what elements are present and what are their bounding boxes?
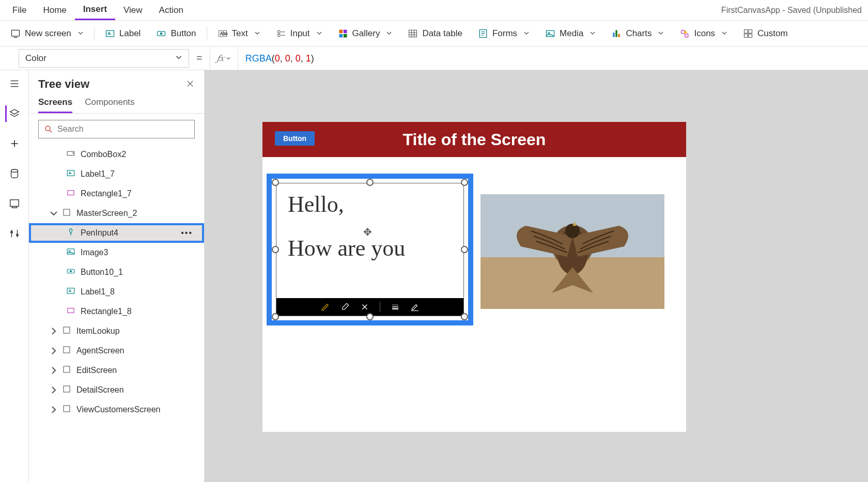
menu-view[interactable]: View [115,0,151,20]
chevron-right-icon[interactable] [51,346,57,355]
tree-list: ComboBox2Label1_7Rectangle1_7MasterScree… [29,145,204,482]
input-dropdown[interactable]: Input [269,23,330,44]
tree-item-masterscreen_2[interactable]: MasterScreen_2 [29,204,204,223]
pen-thickness-icon[interactable] [391,302,400,312]
rail-hamburger[interactable] [6,75,23,92]
chevron-right-icon[interactable] [51,385,57,395]
tree-item-editscreen[interactable]: EditScreen [29,361,204,380]
tree-item-label: PenInput4 [81,228,118,238]
chevron-down-icon [386,28,392,39]
chevron-down-icon[interactable] [51,209,57,218]
forms-icon [478,28,488,39]
property-selector[interactable]: Color [19,49,189,68]
icons-dropdown[interactable]: Icons [672,23,735,44]
rail-media[interactable] [6,195,23,212]
screen-icon [62,345,71,356]
data-table-button[interactable]: Data table [400,23,470,44]
svg-rect-0 [12,30,20,36]
tree-item-rectangle1_7[interactable]: Rectangle1_7 [29,184,204,204]
rail-treeview[interactable] [5,105,22,122]
pen-clear-icon[interactable] [360,302,369,312]
resize-handle[interactable] [272,246,279,253]
menu-home[interactable]: Home [35,0,74,20]
label-icon [105,28,115,39]
screen-title: Title of the Screen [403,130,546,149]
tree-item-label: Image3 [81,248,108,257]
ink-text-2: How are you [288,235,405,261]
tree-item-label: ItemLookup [76,326,120,336]
tree-item-label: ViewCustomersScreen [76,405,160,414]
resize-handle[interactable] [461,313,468,320]
tree-item-detailscreen[interactable]: DetailScreen [29,380,204,400]
tree-item-label: EditScreen [76,366,117,375]
tree-search[interactable] [38,120,195,138]
resize-handle[interactable] [272,179,279,186]
formula-input[interactable]: RGBA(0, 0, 0, 1) [238,53,321,64]
menu-insert[interactable]: Insert [75,0,115,20]
pen-color-icon[interactable] [410,302,420,312]
chevron-right-icon[interactable] [51,366,57,375]
peninput-control-selected[interactable]: Hello, How are you ✥ [267,174,473,325]
resize-handle[interactable] [366,179,374,186]
fx-button[interactable]: 𝑓𝑥 [210,46,238,70]
svg-rect-66 [64,406,70,412]
svg-rect-34 [749,34,752,37]
header-button[interactable]: Button [275,131,315,146]
tab-components[interactable]: Components [85,97,134,113]
tree-item-peninput4[interactable]: PenInput4••• [29,223,204,243]
tree-item-image3[interactable]: Image3 [29,243,204,262]
svg-line-50 [50,130,52,132]
forms-dropdown[interactable]: Forms [471,23,537,44]
tab-screens[interactable]: Screens [38,97,72,113]
tree-item-itemlookup[interactable]: ItemLookup [29,321,204,341]
design-surface[interactable]: Button Title of the Screen Hello, How ar… [262,122,686,432]
tree-item-label: ComboBox2 [81,150,126,159]
tree-item-label1_7[interactable]: Label1_7 [29,164,204,184]
screen-icon [62,208,71,219]
pen-draw-icon[interactable] [321,302,330,312]
resize-handle[interactable] [461,179,468,186]
canvas[interactable]: Button Title of the Screen Hello, How ar… [205,70,868,482]
media-dropdown[interactable]: Media [538,23,603,44]
menu-file[interactable]: File [4,0,35,20]
image-control[interactable] [481,194,664,309]
pen-erase-icon[interactable] [340,302,350,312]
tree-item-rectangle1_8[interactable]: Rectangle1_8 [29,302,204,321]
svg-point-59 [70,271,72,272]
search-icon [44,125,53,134]
svg-point-49 [45,126,50,131]
svg-rect-41 [10,200,19,207]
screen-icon [10,28,21,39]
gallery-dropdown[interactable]: Gallery [331,23,400,44]
rail-data[interactable] [6,165,23,182]
resize-handle[interactable] [461,246,468,253]
charts-dropdown[interactable]: Charts [604,23,671,44]
menu-action[interactable]: Action [151,0,192,20]
button-button[interactable]: Button [149,23,203,44]
search-input[interactable] [57,125,189,134]
svg-rect-30 [685,34,688,37]
chevron-right-icon[interactable] [51,326,57,336]
more-icon[interactable]: ••• [181,228,193,238]
chevron-down-icon [658,28,664,39]
svg-rect-27 [616,30,617,37]
label-button[interactable]: Label [98,23,148,44]
chevron-right-icon[interactable] [51,405,57,414]
tree-item-combobox2[interactable]: ComboBox2 [29,145,204,164]
svg-rect-65 [64,386,70,392]
text-dropdown[interactable]: Abc Text [210,23,268,44]
rail-advanced[interactable] [6,225,23,242]
close-icon[interactable] [185,79,195,90]
svg-text:Abc: Abc [220,31,227,36]
svg-point-40 [11,169,18,173]
new-screen-button[interactable]: New screen [3,23,91,44]
rail-insert[interactable] [6,135,23,152]
custom-dropdown[interactable]: Custom [736,23,795,44]
tree-item-agentscreen[interactable]: AgentScreen [29,341,204,361]
resize-handle[interactable] [366,313,374,320]
svg-point-4 [161,33,162,34]
tree-item-button10_1[interactable]: Button10_1 [29,262,204,282]
tree-item-viewcustomersscreen[interactable]: ViewCustomersScreen [29,400,204,419]
resize-handle[interactable] [272,313,279,320]
tree-item-label1_8[interactable]: Label1_8 [29,282,204,302]
